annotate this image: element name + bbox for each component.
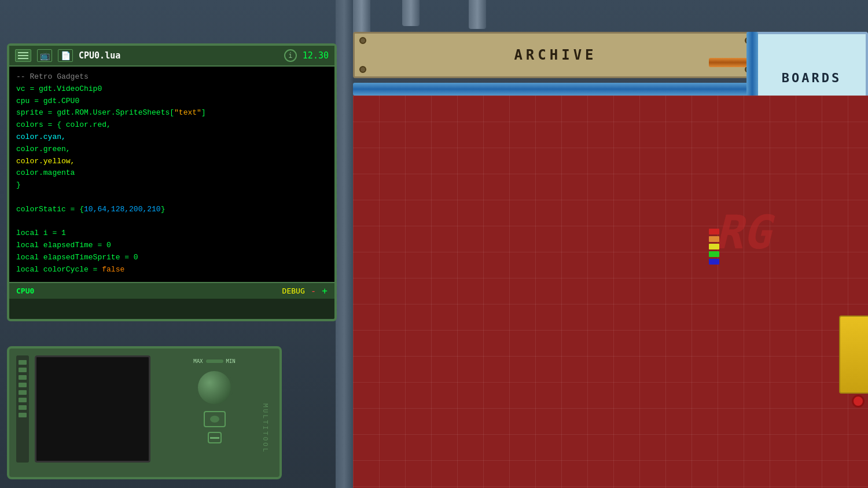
btn-circle-1	[210, 416, 219, 423]
knob-slider[interactable]	[206, 359, 223, 363]
multitool-device: MAX MIN MULTITOOL	[7, 346, 282, 479]
knob-label-row: MAX MIN	[193, 358, 236, 364]
code-line-blank3	[16, 276, 328, 282]
menu-line-3	[18, 58, 28, 59]
screw-tl	[359, 37, 366, 44]
menu-button[interactable]	[15, 49, 31, 62]
editor-titlebar: 📺 📄 CPU0.lua i 12.30	[9, 46, 334, 67]
code-line-2: cpu = gdt.CPU0	[16, 96, 328, 108]
debug-label: DEBUG	[282, 287, 305, 295]
code-line-14: local colorCycle = false	[16, 264, 328, 276]
multitool-label: MULTITOOL	[262, 403, 269, 454]
code-line-12: local elapsedTime = 0	[16, 240, 328, 252]
strip-item-8	[19, 413, 27, 417]
button-row-2	[208, 432, 222, 443]
min-label: MIN	[226, 358, 236, 364]
code-line-blank2	[16, 216, 328, 228]
vertical-pipe-separator	[336, 0, 353, 488]
multitool-btn-2[interactable]	[208, 432, 222, 443]
code-line-8: color.magenta	[16, 167, 328, 179]
code-line-9: }	[16, 179, 328, 192]
blue-pipe	[353, 83, 758, 96]
screw-bl	[359, 66, 366, 73]
archive-panel: ARCHIVE	[353, 32, 758, 78]
color-bar-green	[709, 251, 719, 257]
color-bar-red	[709, 229, 719, 234]
code-line-blank1	[16, 192, 328, 204]
max-label: MAX	[193, 358, 203, 364]
button-row-1	[204, 411, 226, 427]
archive-label: ARCHIVE	[514, 47, 597, 63]
vertical-blue-pipe	[746, 32, 758, 101]
rg-watermark: RG	[715, 206, 770, 259]
minus-button[interactable]: -	[311, 285, 317, 296]
work-surface: RG	[353, 96, 868, 488]
menu-line-2	[18, 55, 28, 56]
color-bar-blue	[709, 259, 719, 265]
strip-item-5	[19, 390, 27, 395]
editor-filename: CPU0.lua	[79, 50, 278, 61]
code-line-7: color.yellow,	[16, 156, 328, 168]
strip-item-6	[19, 398, 27, 402]
pause-bar-1	[210, 437, 215, 439]
plus-button[interactable]: +	[322, 285, 328, 296]
code-line-3: sprite = gdt.ROM.User.SpriteSheets["text…	[16, 107, 328, 119]
editor-statusbar: CPU0 DEBUG - +	[9, 282, 334, 299]
code-line-13: local elapsedTimeSprite = 0	[16, 252, 328, 264]
cpu-label: CPU0	[16, 287, 34, 295]
multitool-main-knob[interactable]	[196, 369, 233, 406]
strip-item-2	[19, 368, 27, 372]
tab-doc-icon[interactable]: 📄	[58, 49, 73, 62]
code-line-comment: -- Retro Gadgets	[16, 71, 328, 83]
device: X 90	[839, 249, 868, 405]
code-editor-panel: 📺 📄 CPU0.lua i 12.30 -- Retro Gadgets vc…	[7, 43, 337, 321]
multitool-left-strip	[16, 355, 29, 463]
code-line-11: local i = 1	[16, 228, 328, 240]
info-button[interactable]: i	[284, 49, 297, 62]
color-bars	[709, 229, 719, 266]
code-line-6: color.green,	[16, 144, 328, 156]
device-bottom-body: X	[839, 315, 868, 394]
strip-item-3	[19, 375, 27, 380]
power-button[interactable]	[852, 395, 865, 408]
strip-item-1	[19, 360, 27, 365]
color-bar-yellow	[709, 244, 719, 249]
tab-video-icon[interactable]: 📺	[37, 49, 52, 62]
pause-bar-2	[215, 437, 219, 439]
editor-time: 12.30	[303, 50, 329, 61]
code-line-10: colorStatic = {10,64,128,200,210}	[16, 204, 328, 216]
color-bar-orange	[709, 236, 719, 242]
code-line-4: colors = { color.red,	[16, 119, 328, 131]
multitool-btn-1[interactable]	[204, 411, 226, 427]
code-line-5: color.cyan,	[16, 131, 328, 144]
code-area[interactable]: -- Retro Gadgets vc = gdt.VideoChip0 cpu…	[9, 67, 334, 282]
code-line-1: vc = gdt.VideoChip0	[16, 83, 328, 96]
strip-item-7	[19, 405, 27, 410]
strip-item-4	[19, 383, 27, 387]
multitool-screen	[35, 355, 150, 463]
boards-label: BOARDS	[782, 70, 841, 87]
info-icon-label: i	[288, 52, 292, 60]
multitool-controls: MAX MIN	[156, 355, 273, 470]
menu-line-1	[18, 52, 28, 53]
top-pipes-decoration	[353, 0, 486, 35]
